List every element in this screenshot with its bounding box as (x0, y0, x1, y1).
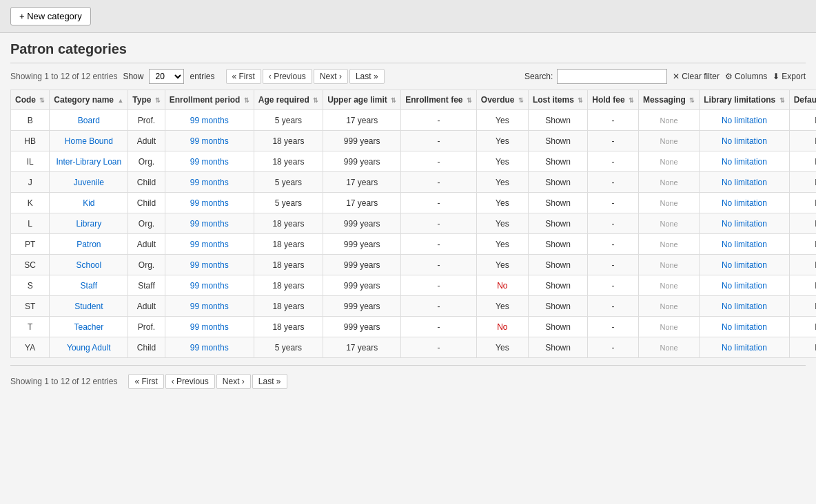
cell-messaging: None (638, 255, 699, 275)
showing-text: Showing 1 to 12 of 12 entries (10, 72, 117, 81)
cell-type: Org. (128, 213, 165, 234)
cell-enrollment-period: 99 months (165, 193, 254, 213)
export-label: Export (782, 72, 806, 81)
cell-type: Staff (128, 275, 165, 296)
cell-default-privacy: Default (789, 234, 816, 255)
cell-upper-age-limit: 17 years (323, 172, 401, 193)
cell-lost-items: Shown (528, 110, 587, 131)
cell-default-privacy: Default (789, 213, 816, 234)
cell-library-limitations: No limitation (700, 110, 789, 131)
cell-overdue: Yes (476, 193, 528, 213)
cell-overdue: No (476, 275, 528, 296)
cell-enrollment-period: 99 months (165, 234, 254, 255)
col-header-default-privacy[interactable]: Default privacy ⇅ (789, 90, 816, 110)
cell-default-privacy: Default (789, 172, 816, 193)
col-header-age-required[interactable]: Age required ⇅ (254, 90, 323, 110)
cell-age-required: 18 years (254, 234, 323, 255)
cell-lost-items: Shown (528, 337, 587, 358)
col-header-type[interactable]: Type ⇅ (128, 90, 165, 110)
cell-messaging: None (638, 213, 699, 234)
previous-page-button[interactable]: ‹ Previous (263, 69, 312, 84)
cell-overdue: Yes (476, 337, 528, 358)
first-page-button[interactable]: « First (226, 69, 261, 84)
cell-messaging: None (638, 110, 699, 131)
cell-upper-age-limit: 999 years (323, 234, 401, 255)
col-header-overdue[interactable]: Overdue ⇅ (476, 90, 528, 110)
cell-type: Prof. (128, 317, 165, 337)
cell-enrollment-period: 99 months (165, 337, 254, 358)
cell-upper-age-limit: 999 years (323, 131, 401, 151)
cell-default-privacy: Default (789, 151, 816, 172)
show-label: Show (123, 72, 143, 81)
cell-category-name: Staff (50, 275, 128, 296)
export-button[interactable]: ⬇ Export (773, 72, 806, 81)
clear-filter-button[interactable]: ✕ Clear filter (673, 72, 720, 81)
cell-default-privacy: Default (789, 275, 816, 296)
next-page-button[interactable]: Next › (314, 69, 348, 84)
cell-hold-fee: - (588, 255, 639, 275)
col-header-lost-items[interactable]: Lost items ⇅ (528, 90, 587, 110)
cell-code: IL (11, 151, 50, 172)
col-header-enrollment-period[interactable]: Enrollment period ⇅ (165, 90, 254, 110)
bottom-next-page-button[interactable]: Next › (216, 374, 251, 389)
cell-messaging: None (638, 296, 699, 317)
cell-lost-items: Shown (528, 151, 587, 172)
cell-category-name: Board (50, 110, 128, 131)
bottom-divider (10, 365, 806, 366)
bottom-previous-page-button[interactable]: ‹ Previous (165, 374, 215, 389)
entries-select[interactable]: 20 10 50 100 (149, 69, 184, 84)
cell-overdue: No (476, 317, 528, 337)
cell-messaging: None (638, 275, 699, 296)
cell-overdue: Yes (476, 110, 528, 131)
bottom-controls: Showing 1 to 12 of 12 entries « First ‹ … (0, 368, 816, 395)
cell-type: Adult (128, 131, 165, 151)
cell-enrollment-fee: - (401, 296, 477, 317)
new-category-button[interactable]: + New category (10, 7, 91, 25)
cell-hold-fee: - (588, 317, 639, 337)
cell-enrollment-fee: - (401, 151, 477, 172)
cell-type: Prof. (128, 110, 165, 131)
cell-upper-age-limit: 999 years (323, 275, 401, 296)
cell-messaging: None (638, 193, 699, 213)
cell-hold-fee: - (588, 296, 639, 317)
bottom-last-page-button[interactable]: Last » (252, 374, 287, 389)
cell-upper-age-limit: 999 years (323, 213, 401, 234)
table-row: K Kid Child 99 months 5 years 17 years -… (11, 193, 817, 213)
columns-button[interactable]: ⚙ Columns (725, 72, 767, 81)
table-row: T Teacher Prof. 99 months 18 years 999 y… (11, 317, 817, 337)
cell-age-required: 18 years (254, 255, 323, 275)
search-input[interactable] (557, 69, 667, 84)
cell-upper-age-limit: 17 years (323, 110, 401, 131)
table-row: S Staff Staff 99 months 18 years 999 yea… (11, 275, 817, 296)
cell-enrollment-period: 99 months (165, 255, 254, 275)
cell-age-required: 5 years (254, 172, 323, 193)
cell-enrollment-period: 99 months (165, 172, 254, 193)
cell-age-required: 5 years (254, 193, 323, 213)
col-header-upper-age-limit[interactable]: Upper age limit ⇅ (323, 90, 401, 110)
cell-age-required: 18 years (254, 317, 323, 337)
clear-icon: ✕ (673, 72, 680, 81)
bottom-first-page-button[interactable]: « First (128, 374, 163, 389)
cell-enrollment-period: 99 months (165, 275, 254, 296)
search-label: Search: (524, 72, 553, 81)
cell-hold-fee: - (588, 275, 639, 296)
cell-enrollment-period: 99 months (165, 110, 254, 131)
cell-upper-age-limit: 999 years (323, 317, 401, 337)
col-header-enrollment-fee[interactable]: Enrollment fee ⇅ (401, 90, 477, 110)
cell-enrollment-fee: - (401, 213, 477, 234)
cell-library-limitations: No limitation (700, 275, 789, 296)
col-header-code[interactable]: Code ⇅ (11, 90, 50, 110)
col-header-hold-fee[interactable]: Hold fee ⇅ (588, 90, 639, 110)
cell-category-name: Teacher (50, 317, 128, 337)
col-header-library-limitations[interactable]: Library limitations ⇅ (700, 90, 789, 110)
table-row: YA Young Adult Child 99 months 5 years 1… (11, 337, 817, 358)
col-header-messaging[interactable]: Messaging ⇅ (638, 90, 699, 110)
cell-hold-fee: - (588, 234, 639, 255)
cell-enrollment-fee: - (401, 110, 477, 131)
cell-code: S (11, 275, 50, 296)
last-page-button[interactable]: Last » (349, 69, 385, 84)
cell-category-name: Home Bound (50, 131, 128, 151)
col-header-category-name[interactable]: Category name ▲ (50, 90, 128, 110)
cell-age-required: 18 years (254, 131, 323, 151)
cell-messaging: None (638, 151, 699, 172)
